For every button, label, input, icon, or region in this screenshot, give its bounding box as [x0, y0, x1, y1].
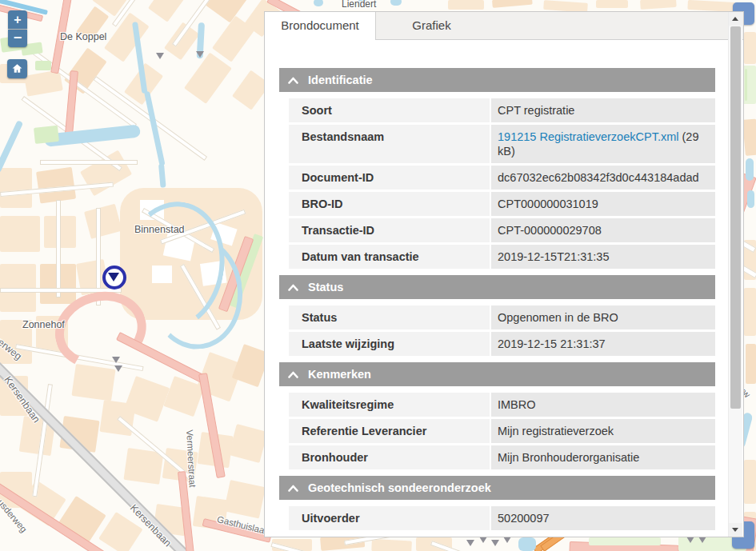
row-label: Datum van transactie: [289, 245, 490, 269]
row-value: dc67032ec62b08342f3d0c443184adad: [491, 166, 715, 190]
cpt-marker[interactable]: [196, 51, 204, 58]
map-label-zonnehof: Zonnehof: [22, 319, 65, 330]
panel-scrollbar[interactable]: [728, 12, 742, 537]
section-title: Identificatie: [308, 74, 373, 86]
tab-brondocument[interactable]: Brondocument: [265, 12, 376, 40]
table-row: Status Opgenomen in de BRO: [289, 305, 715, 329]
row-value: CPT registratie: [491, 98, 715, 122]
table-row: Kwaliteitsregime IMBRO: [289, 393, 715, 417]
scrollbar-down-button[interactable]: [729, 523, 742, 537]
chevron-up-icon: [279, 281, 308, 293]
home-icon: [11, 62, 23, 75]
row-value: Opgenomen in de BRO: [491, 305, 715, 329]
scrollbar-up-button[interactable]: [729, 12, 742, 26]
row-label: Bestandsnaam: [289, 125, 490, 163]
row-value: CPT000000031019: [491, 192, 715, 216]
row-value: 2019-12-15T21:31:35: [491, 245, 715, 269]
panel-content: Identificatie Soort CPT registratie Best…: [265, 40, 743, 530]
cpt-marker[interactable]: [503, 537, 511, 543]
tab-grafiek[interactable]: Grafiek: [376, 12, 487, 39]
cpt-marker[interactable]: [156, 53, 164, 59]
table-row: Transactie-ID CPT-000000029708: [289, 218, 715, 242]
tab-bar: Brondocument Grafiek: [265, 12, 743, 40]
table-row: Uitvoerder 50200097: [289, 506, 715, 530]
cpt-marker[interactable]: [491, 540, 499, 546]
row-label: Document-ID: [289, 166, 490, 190]
section-header-geotechnisch-sondeeronderzoek[interactable]: Geotechnisch sondeeronderzoek: [279, 476, 715, 500]
chevron-up-icon: [279, 481, 308, 494]
row-value: 191215 RegistratieverzoekCPT.xml (29 kB): [491, 125, 715, 163]
section-header-status[interactable]: Status: [279, 275, 715, 299]
row-label: Laatste wijziging: [289, 332, 490, 356]
row-label: BRO-ID: [289, 192, 490, 216]
map-label-liendert: Liendert: [342, 0, 376, 10]
row-value: IMBRO: [491, 393, 715, 417]
section-title: Geotechnisch sondeeronderzoek: [308, 481, 491, 494]
chevron-up-icon: [279, 368, 308, 381]
section-title: Status: [308, 281, 343, 293]
row-value: 2019-12-15 21:31:37: [491, 332, 715, 356]
map-label-vermeerstraat: Vermeerstraat: [185, 429, 198, 488]
chevron-up-icon: [279, 74, 308, 86]
table-row: Document-ID dc67032ec62b08342f3d0c443184…: [289, 166, 715, 190]
zoom-in-button[interactable]: +: [8, 10, 27, 29]
home-button[interactable]: [7, 59, 27, 78]
table-row: Bronhouder Mijn Bronhouderorganisatie: [289, 445, 715, 469]
table-row: Datum van transactie 2019-12-15T21:31:35: [289, 245, 715, 269]
row-value: Mijn Bronhouderorganisatie: [491, 445, 715, 469]
table-row: Bestandsnaam 191215 RegistratieverzoekCP…: [289, 125, 715, 163]
row-label: Soort: [289, 98, 490, 122]
selected-location-marker-icon: [108, 273, 119, 281]
map-label-binnenstad: Binnenstad: [134, 224, 185, 235]
table-row: Soort CPT registratie: [289, 98, 715, 122]
row-label: Status: [289, 305, 490, 329]
section-header-identificatie[interactable]: Identificatie: [279, 68, 715, 92]
scrollbar-thumb[interactable]: [730, 26, 741, 409]
row-label: Transactie-ID: [289, 218, 490, 242]
row-label: Bronhouder: [289, 445, 490, 469]
cpt-marker[interactable]: [479, 537, 487, 543]
cpt-marker[interactable]: [698, 537, 706, 543]
file-download-link[interactable]: 191215 RegistratieverzoekCPT.xml: [498, 130, 678, 143]
table-row: Laatste wijziging 2019-12-15 21:31:37: [289, 332, 715, 356]
cpt-marker[interactable]: [112, 357, 120, 363]
row-label: Kwaliteitsregime: [289, 393, 490, 417]
zoom-out-button[interactable]: −: [8, 30, 27, 47]
row-label: Uitvoerder: [289, 506, 490, 530]
row-value: CPT-000000029708: [491, 218, 715, 242]
table-row: Referentie Leverancier Mijn registratiev…: [289, 419, 715, 443]
map-label-de-koppel: De Koppel: [60, 31, 106, 42]
table-row: BRO-ID CPT000000031019: [289, 192, 715, 216]
section-title: Kenmerken: [308, 368, 371, 381]
detail-panel: Brondocument Grafiek Identificatie Soort…: [264, 11, 744, 537]
row-value: 50200097: [491, 506, 715, 530]
row-value: Mijn registratieverzoek: [491, 419, 715, 443]
section-header-kenmerken[interactable]: Kenmerken: [279, 362, 715, 386]
cpt-marker[interactable]: [114, 365, 122, 372]
cpt-marker[interactable]: [686, 537, 694, 543]
cpt-marker[interactable]: [466, 540, 474, 546]
row-label: Referentie Leverancier: [289, 419, 490, 443]
